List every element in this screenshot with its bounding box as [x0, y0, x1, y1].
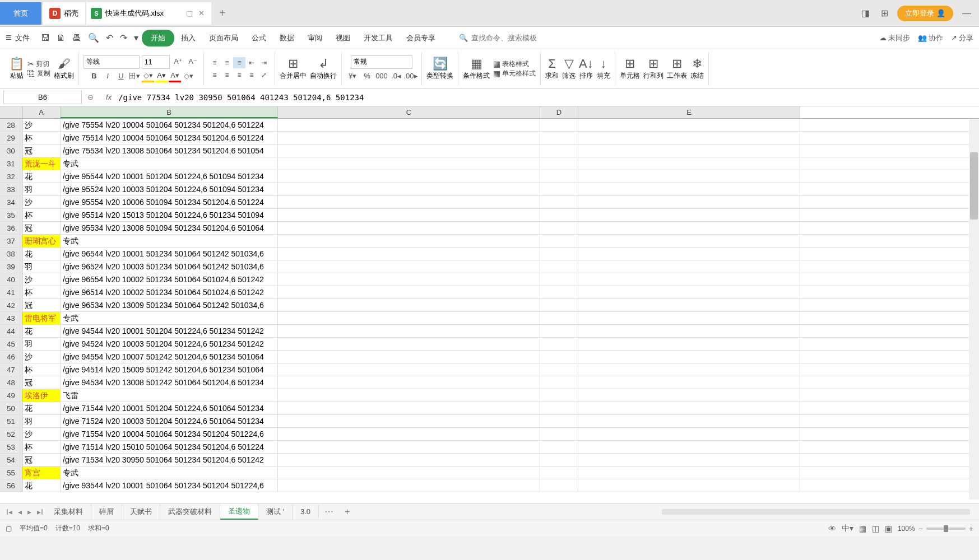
cell[interactable]: 杯 — [22, 209, 61, 221]
cell[interactable] — [578, 363, 800, 376]
decrease-font-icon[interactable]: A⁻ — [187, 55, 199, 68]
cell[interactable] — [540, 170, 578, 183]
row-header[interactable]: 51 — [0, 415, 22, 427]
cell[interactable] — [540, 132, 578, 144]
row-header[interactable]: 36 — [0, 222, 22, 234]
cell[interactable] — [278, 157, 540, 170]
cell[interactable]: /give 95554 lv20 10006 501094 501234 501… — [61, 196, 278, 208]
cell[interactable] — [540, 338, 578, 350]
cell[interactable] — [540, 196, 578, 208]
currency-icon[interactable]: ¥▾ — [346, 70, 359, 82]
sheet-more-icon[interactable]: ⋯ — [319, 506, 339, 517]
row-header[interactable]: 45 — [0, 338, 22, 350]
cell[interactable] — [278, 235, 540, 247]
cell[interactable]: /give 71544 lv20 10001 501204 501224,6 5… — [61, 402, 278, 414]
cell[interactable] — [540, 415, 578, 427]
cell[interactable] — [278, 312, 540, 324]
cell[interactable]: /give 71524 lv20 10003 501204 501224,6 5… — [61, 415, 278, 427]
cell[interactable] — [540, 235, 578, 247]
grid-icon[interactable]: ⊞ — [879, 6, 890, 21]
cell[interactable] — [540, 389, 578, 402]
cell[interactable]: 沙 — [22, 273, 61, 286]
cell[interactable] — [578, 273, 800, 286]
cell[interactable] — [578, 479, 800, 492]
cell[interactable]: 冠 — [22, 299, 61, 311]
align-top-icon[interactable]: ≡ — [208, 57, 221, 68]
cell[interactable]: 沙 — [22, 196, 61, 208]
fx-icon[interactable]: fx — [106, 93, 112, 101]
cell[interactable] — [540, 428, 578, 440]
row-header[interactable]: 48 — [0, 376, 22, 389]
row-header[interactable]: 52 — [0, 428, 22, 440]
cell[interactable]: /give 94514 lv20 15009 501242 501204,6 5… — [61, 363, 278, 376]
sheet-tab-3[interactable]: 天赋书 — [122, 505, 160, 519]
cell[interactable] — [540, 363, 578, 376]
eye-icon[interactable]: 👁 — [828, 524, 836, 533]
cell[interactable] — [578, 170, 800, 183]
row-header[interactable]: 34 — [0, 196, 22, 208]
cell[interactable] — [540, 260, 578, 273]
row-header[interactable]: 44 — [0, 325, 22, 337]
clear-fmt-button[interactable]: ◇▾ — [182, 70, 194, 82]
sheet-tab-5[interactable]: 圣遗物 — [220, 504, 258, 520]
cell[interactable] — [278, 132, 540, 144]
cell[interactable] — [578, 415, 800, 427]
row-header[interactable]: 30 — [0, 144, 22, 157]
sheet-tab-6[interactable]: 测试 ' — [258, 505, 293, 519]
cell[interactable]: /give 75514 lv20 10004 501064 501234 501… — [61, 132, 278, 144]
login-button[interactable]: 立即登录 👤 — [897, 6, 953, 21]
cell[interactable] — [278, 273, 540, 286]
unsync-button[interactable]: ☁未同步 — [879, 33, 910, 43]
cell[interactable]: 花 — [22, 248, 61, 260]
cell[interactable]: /give 95524 lv20 10003 501204 501224,6 5… — [61, 183, 278, 195]
cell[interactable] — [578, 157, 800, 170]
align-right-icon[interactable]: ≡ — [233, 69, 245, 81]
cell[interactable]: 冠 — [22, 144, 61, 157]
cell[interactable] — [578, 454, 800, 466]
row-header[interactable]: 54 — [0, 454, 22, 466]
cell[interactable]: 飞雷 — [61, 389, 278, 402]
cell[interactable]: /give 96544 lv20 10001 501234 501064 501… — [61, 248, 278, 260]
sheet-tab-1[interactable]: 采集材料 — [46, 505, 91, 519]
sheet-tab-2[interactable]: 碎屑 — [91, 505, 122, 519]
cell[interactable] — [578, 441, 800, 453]
view-normal-icon[interactable]: ▦ — [859, 524, 866, 533]
cell[interactable] — [278, 402, 540, 414]
tab-home[interactable]: 首页 — [0, 2, 41, 25]
filter-button[interactable]: ▽筛选 — [562, 57, 576, 81]
cell[interactable]: /give 96524 lv20 10003 501234 501064 501… — [61, 260, 278, 273]
save-icon[interactable]: 🖫 — [41, 33, 50, 43]
cell[interactable]: /give 96534 lv20 13009 501234 501064 501… — [61, 299, 278, 311]
col-header-a[interactable]: A — [22, 106, 61, 118]
row-header[interactable]: 28 — [0, 119, 22, 131]
rowcol-button[interactable]: ⊞行和列 — [643, 57, 664, 81]
horizontal-scrollbar[interactable] — [662, 509, 970, 515]
select-all-corner[interactable] — [0, 106, 22, 118]
cell[interactable] — [578, 222, 800, 234]
cell[interactable] — [540, 479, 578, 492]
zoom-out-icon[interactable]: − — [918, 524, 923, 533]
sort-button[interactable]: A↓排序 — [579, 57, 593, 81]
cell[interactable]: 珊瑚宫心 — [22, 235, 61, 247]
cell[interactable] — [540, 325, 578, 337]
popup-icon[interactable]: ▢ — [186, 9, 193, 17]
search-command[interactable]: 🔍 — [459, 34, 555, 42]
cell[interactable] — [278, 248, 540, 260]
cell[interactable] — [278, 363, 540, 376]
cell[interactable] — [278, 338, 540, 350]
tab-doke[interactable]: D 稻壳 — [43, 2, 85, 25]
cell[interactable]: 荒泷一斗 — [22, 157, 61, 170]
sheet-nav-prev-icon[interactable]: ◂ — [15, 507, 25, 516]
cell[interactable]: /give 94544 lv20 10001 501204 501224,6 5… — [61, 325, 278, 337]
cell[interactable] — [540, 144, 578, 157]
layout-icon[interactable]: ◨ — [859, 6, 872, 21]
cell[interactable]: /give 95544 lv20 10001 501204 501224,6 5… — [61, 170, 278, 183]
row-header[interactable]: 35 — [0, 209, 22, 221]
cell-style-button[interactable]: ▦单元格样式 — [493, 69, 536, 78]
scroll-thumb[interactable] — [970, 152, 978, 220]
cell[interactable]: 杯 — [22, 132, 61, 144]
cell[interactable] — [578, 376, 800, 389]
row-header[interactable]: 55 — [0, 466, 22, 479]
cell[interactable] — [540, 312, 578, 324]
cell[interactable] — [540, 286, 578, 298]
